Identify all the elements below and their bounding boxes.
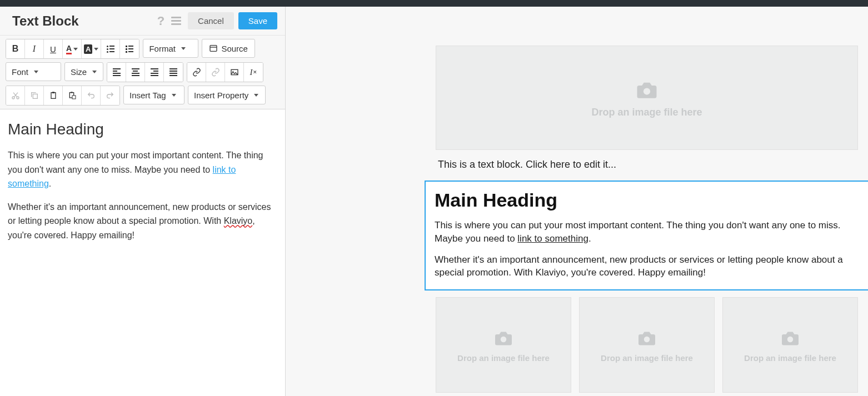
text-color-button[interactable]: A (63, 39, 82, 58)
svg-rect-9 (71, 92, 72, 93)
image-icon (230, 68, 239, 77)
preview-link-1[interactable]: link to something (517, 233, 588, 244)
number-list-button[interactable] (120, 39, 139, 58)
redo-icon (106, 91, 114, 100)
editor-body[interactable]: Main Heading This is where you can put y… (0, 109, 285, 396)
size-label: Size (71, 67, 87, 77)
preview-paragraph-1: This is where you can put your most impo… (435, 219, 859, 245)
font-label: Font (12, 67, 28, 77)
image-drop-small-3[interactable]: Drop an image file here (722, 297, 858, 393)
image-drop-large[interactable]: Drop an image file here (436, 46, 858, 150)
source-button[interactable]: Source (202, 39, 255, 58)
paste-icon (49, 91, 58, 100)
insert-tag-select[interactable]: Insert Tag (123, 86, 184, 104)
camera-icon (634, 328, 660, 348)
insert-tag-label: Insert Tag (129, 91, 166, 100)
image-button[interactable] (225, 63, 244, 82)
source-label: Source (221, 44, 248, 53)
svg-rect-7 (52, 92, 54, 93)
paste-button[interactable] (44, 86, 63, 105)
camera-icon (632, 78, 662, 101)
text-block-hint[interactable]: This is a text block. Click here to edit… (436, 159, 858, 171)
align-justify-button[interactable] (164, 63, 183, 82)
save-button[interactable]: Save (238, 12, 277, 29)
format-label: Format (149, 44, 176, 53)
redo-button[interactable] (101, 86, 119, 105)
preview-canvas: Drop an image file here This is a text b… (436, 46, 858, 393)
drop-text: Drop an image file here (457, 353, 550, 363)
bg-color-button[interactable]: A (82, 39, 101, 58)
align-center-button[interactable] (126, 63, 145, 82)
preview-panel: Drop an image file here This is a text b… (286, 7, 868, 396)
paste-text-icon (68, 91, 77, 100)
image-drop-small-1[interactable]: Drop an image file here (436, 297, 571, 393)
copy-icon (30, 91, 39, 100)
menu-icon[interactable] (169, 14, 183, 27)
source-icon (209, 44, 218, 53)
unlink-icon (211, 68, 220, 77)
align-right-button[interactable] (145, 63, 164, 82)
image-drop-row: Drop an image file here Drop an image fi… (436, 297, 858, 393)
copy-button[interactable] (25, 86, 44, 105)
bullet-list-button[interactable] (101, 39, 120, 58)
editor-word-klaviyo: Klaviyo (224, 216, 253, 225)
unlink-button[interactable] (206, 63, 225, 82)
align-left-button[interactable] (107, 63, 126, 82)
editor-panel: Text Block ? Cancel Save B I U A A (0, 7, 286, 396)
link-button[interactable] (187, 63, 206, 82)
editor-paragraph-1[interactable]: This is where you can put your most impo… (8, 148, 277, 191)
camera-icon (491, 328, 516, 348)
undo-button[interactable] (82, 86, 101, 105)
svg-rect-10 (72, 96, 76, 99)
svg-point-13 (644, 336, 650, 342)
selected-text-block[interactable]: Main Heading This is where you can put y… (425, 181, 868, 290)
cut-button[interactable] (6, 86, 25, 105)
insert-property-label: Insert Property (194, 91, 248, 100)
drop-text: Drop an image file here (591, 107, 702, 118)
undo-icon (87, 91, 96, 100)
cancel-button[interactable]: Cancel (188, 12, 234, 29)
size-select[interactable]: Size (64, 62, 103, 81)
drop-text: Drop an image file here (744, 353, 836, 363)
clear-format-button[interactable]: I✕ (244, 63, 263, 82)
italic-button[interactable]: I (25, 39, 44, 58)
bold-button[interactable]: B (6, 39, 25, 58)
underline-button[interactable]: U (44, 39, 63, 58)
insert-property-select[interactable]: Insert Property (188, 86, 266, 104)
svg-point-11 (643, 88, 650, 94)
image-drop-small-2[interactable]: Drop an image file here (579, 297, 715, 393)
cut-icon (11, 91, 20, 100)
drop-text: Drop an image file here (601, 353, 693, 363)
font-select[interactable]: Font (6, 62, 61, 81)
svg-rect-0 (210, 46, 217, 52)
preview-heading: Main Heading (435, 189, 859, 211)
svg-rect-6 (51, 93, 56, 99)
panel-header: Text Block ? Cancel Save (0, 7, 285, 36)
svg-point-14 (787, 336, 794, 342)
editor-heading[interactable]: Main Heading (8, 121, 277, 138)
app-topbar (0, 0, 868, 7)
paste-text-button[interactable] (63, 86, 82, 105)
svg-point-12 (501, 336, 507, 342)
format-select[interactable]: Format (143, 39, 198, 58)
help-icon[interactable]: ? (157, 14, 164, 28)
camera-icon (777, 328, 803, 348)
link-icon (192, 68, 201, 77)
svg-rect-5 (33, 94, 37, 98)
editor-paragraph-2[interactable]: Whether it's an important announcement, … (8, 200, 277, 243)
toolbar: B I U A A Format Source (0, 36, 285, 109)
panel-title: Text Block (12, 13, 79, 29)
preview-paragraph-2: Whether it's an important announcement, … (435, 253, 859, 280)
